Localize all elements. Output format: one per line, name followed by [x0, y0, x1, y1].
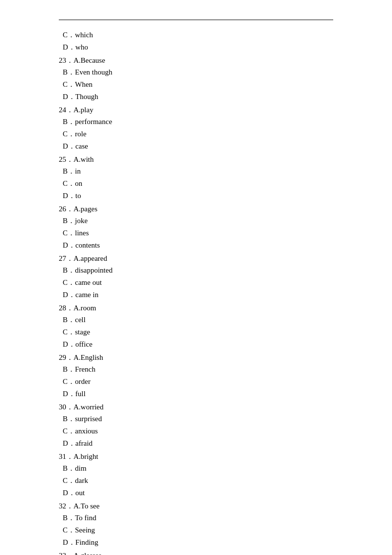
question-item: 24．A.play: [59, 104, 333, 116]
option-item: D．Though: [59, 91, 333, 103]
option-item: B．cell: [59, 314, 333, 326]
question-item: 32．A.To see: [59, 500, 333, 512]
question-item: 30．A.worried: [59, 401, 333, 413]
question-item: 28．A.room: [59, 302, 333, 314]
option-item: C．When: [59, 78, 333, 91]
option-item: D．to: [59, 190, 333, 202]
option-item: C．dark: [59, 475, 333, 487]
option-item: B．joke: [59, 215, 333, 227]
option-item: B．dim: [59, 462, 333, 475]
option-item: C．role: [59, 128, 333, 140]
page-container: C．whichD．who23．A.BecauseB．Even thoughC．W…: [0, 0, 392, 555]
option-item: C．anxious: [59, 425, 333, 437]
option-item: B．in: [59, 165, 333, 177]
option-item: D．case: [59, 140, 333, 152]
option-item: D．who: [59, 41, 333, 53]
option-item: C．order: [59, 376, 333, 388]
item-list: C．whichD．who23．A.BecauseB．Even thoughC．W…: [59, 29, 333, 555]
option-item: C．on: [59, 177, 333, 190]
option-item: D．out: [59, 487, 333, 499]
option-item: B．disappointed: [59, 264, 333, 277]
question-item: 31．A.bright: [59, 451, 333, 463]
question-item: 27．A.appeared: [59, 252, 333, 265]
option-item: D．afraid: [59, 437, 333, 450]
option-item: D．office: [59, 338, 333, 351]
option-item: D．came in: [59, 289, 333, 301]
option-item: C．came out: [59, 277, 333, 289]
option-item: B．surprised: [59, 413, 333, 425]
top-divider: [59, 20, 333, 20]
option-item: D．full: [59, 388, 333, 400]
option-item: C．lines: [59, 227, 333, 239]
option-item: C．stage: [59, 326, 333, 338]
question-item: 33．A.glasses: [59, 550, 333, 555]
option-item: C．Seeing: [59, 524, 333, 536]
question-item: 25．A.with: [59, 153, 333, 166]
option-item: B．To find: [59, 512, 333, 524]
question-item: 29．A.English: [59, 352, 333, 364]
option-item: D．contents: [59, 239, 333, 252]
option-item: B．performance: [59, 116, 333, 128]
option-item: D．Finding: [59, 536, 333, 549]
question-item: 23．A.Because: [59, 54, 333, 67]
option-item: C．which: [59, 29, 333, 41]
option-item: B．Even though: [59, 66, 333, 78]
option-item: B．French: [59, 363, 333, 376]
question-item: 26．A.pages: [59, 203, 333, 215]
